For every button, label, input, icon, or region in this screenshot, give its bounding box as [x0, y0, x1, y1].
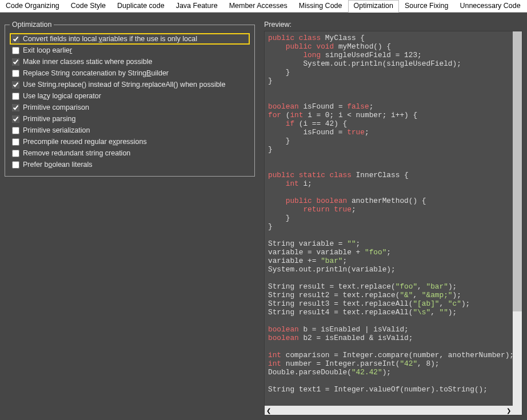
preview-viewport[interactable]: public class MyClass { public void myMet…	[265, 31, 513, 406]
vertical-scrollbar-thumb[interactable]	[513, 31, 522, 311]
fieldset-legend: Optimization	[10, 21, 54, 29]
option-checkbox[interactable]	[12, 138, 19, 146]
preview-box: public class MyClass { public void myMet…	[264, 31, 522, 415]
option-label[interactable]: Prefer boolean literals	[23, 161, 93, 169]
option-label[interactable]: Convert fields into local variables if t…	[23, 35, 197, 43]
tab-member-accesses[interactable]: Member Accesses	[223, 0, 293, 12]
option-row[interactable]: Primitive serialization	[10, 125, 250, 136]
option-checkbox[interactable]	[12, 115, 19, 123]
code-preview: public class MyClass { public void myMet…	[268, 34, 509, 394]
vertical-scrollbar[interactable]	[513, 31, 522, 406]
content-area: Optimization Convert fields into local v…	[0, 13, 527, 420]
option-row[interactable]: Make inner classes static where possible	[10, 56, 250, 67]
option-label[interactable]: Replace String concatenation by StringBu…	[23, 69, 169, 77]
option-checkbox[interactable]	[12, 47, 19, 54]
option-row[interactable]: Use String.replace() instead of String.r…	[10, 79, 250, 90]
option-label[interactable]: Use lazy logical operator	[23, 92, 101, 100]
horizontal-scrollbar[interactable]: ❮ ❯	[265, 406, 513, 415]
scrollbar-corner	[513, 406, 522, 415]
left-column: Optimization Convert fields into local v…	[5, 21, 255, 415]
right-column: Preview: public class MyClass { public v…	[264, 21, 522, 415]
option-checkbox[interactable]	[12, 161, 19, 169]
tab-code-style[interactable]: Code Style	[65, 0, 111, 12]
option-checkbox[interactable]	[12, 150, 19, 157]
option-label[interactable]: Primitive comparison	[23, 103, 89, 111]
tab-source-fixing[interactable]: Source Fixing	[399, 0, 454, 12]
option-row[interactable]: Primitive comparison	[10, 102, 250, 113]
option-checkbox[interactable]	[12, 81, 19, 89]
tab-java-feature[interactable]: Java Feature	[170, 0, 223, 12]
option-checkbox[interactable]	[12, 127, 19, 134]
tab-missing-code[interactable]: Missing Code	[293, 0, 348, 12]
scroll-right-icon[interactable]: ❯	[506, 407, 511, 414]
option-checkbox[interactable]	[12, 58, 19, 66]
option-checkbox[interactable]	[12, 93, 19, 100]
option-row[interactable]: Use lazy logical operator	[10, 90, 250, 102]
tab-unnecessary-code[interactable]: Unnecessary Code	[454, 0, 526, 12]
option-label[interactable]: Exit loop earlier	[23, 46, 72, 54]
option-checkbox[interactable]	[12, 35, 19, 43]
scroll-left-icon[interactable]: ❮	[266, 407, 271, 414]
option-checkbox[interactable]	[12, 104, 19, 111]
optimization-fieldset: Optimization Convert fields into local v…	[5, 21, 255, 177]
option-label[interactable]: Primitive parsing	[23, 115, 75, 123]
option-label[interactable]: Precompile reused regular expressions	[23, 138, 147, 146]
tab-optimization[interactable]: Optimization	[348, 0, 399, 13]
option-label[interactable]: Make inner classes static where possible	[23, 58, 153, 66]
option-row[interactable]: Primitive parsing	[10, 113, 250, 125]
option-row[interactable]: Exit loop earlier	[10, 45, 250, 56]
option-row[interactable]: Precompile reused regular expressions	[10, 136, 250, 147]
tabstrip: Code OrganizingCode StyleDuplicate codeJ…	[0, 0, 527, 13]
option-row[interactable]: Remove redundant string creation	[10, 147, 250, 159]
option-checkbox[interactable]	[12, 70, 19, 77]
option-label[interactable]: Primitive serialization	[23, 126, 90, 134]
optimization-items: Convert fields into local variables if t…	[10, 33, 250, 170]
option-row[interactable]: Prefer boolean literals	[10, 159, 250, 170]
option-label[interactable]: Remove redundant string creation	[23, 149, 130, 157]
option-label[interactable]: Use String.replace() instead of String.r…	[23, 81, 225, 89]
tab-code-organizing[interactable]: Code Organizing	[0, 0, 65, 12]
option-row[interactable]: Convert fields into local variables if t…	[10, 33, 250, 45]
option-row[interactable]: Replace String concatenation by StringBu…	[10, 67, 250, 79]
preview-label: Preview:	[264, 21, 522, 29]
tab-duplicate-code[interactable]: Duplicate code	[111, 0, 170, 12]
